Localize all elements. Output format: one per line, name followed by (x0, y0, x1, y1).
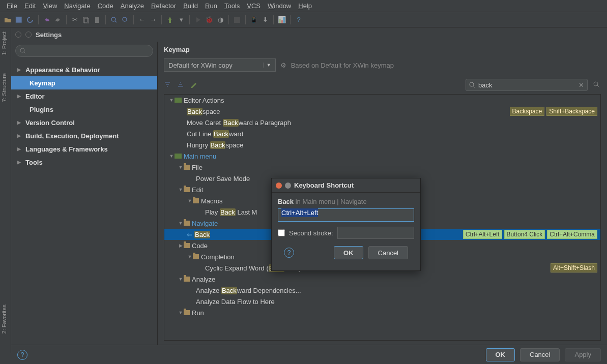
keymap-label: Analyze (192, 276, 215, 283)
menu-run[interactable]: Run (201, 1, 221, 11)
tab-structure[interactable]: 7: Structure (0, 69, 8, 106)
save-icon[interactable] (14, 15, 23, 24)
menu-build[interactable]: Build (180, 1, 201, 11)
help-icon[interactable]: ? (17, 350, 27, 360)
redo-icon[interactable] (53, 15, 63, 24)
menu-vcs[interactable]: VCS (243, 1, 264, 11)
svg-point-10 (594, 82, 598, 86)
settings-item-appearance-behavior[interactable]: ▶Appearance & Behavior (11, 63, 157, 76)
menu-code[interactable]: Code (94, 1, 117, 11)
undo-icon[interactable] (42, 15, 51, 24)
settings-item-keymap[interactable]: Keymap (11, 76, 157, 89)
tree-arrow-icon: ▶ (178, 243, 184, 248)
second-stroke-input[interactable] (337, 227, 414, 239)
apply-button[interactable]: Apply (565, 348, 601, 361)
settings-item-plugins[interactable]: Plugins (11, 103, 157, 116)
menu-tools[interactable]: Tools (221, 1, 243, 11)
keymap-row[interactable]: Hungry Backspace (164, 139, 600, 150)
sdk-icon[interactable]: ⬇ (261, 15, 270, 24)
settings-search[interactable] (15, 45, 153, 57)
keymap-label: Editor Actions (184, 97, 224, 104)
tree-arrow-icon: ▼ (178, 187, 184, 192)
sync-icon[interactable] (25, 15, 35, 24)
keymap-row[interactable]: BackspaceBackspaceShift+Backspace (164, 106, 600, 117)
keymap-label: Analyze Data Flow to Here (196, 298, 275, 306)
clear-icon[interactable]: ✕ (579, 81, 584, 89)
tab-project[interactable]: 1: Project (0, 27, 8, 59)
gear-icon[interactable]: ⚙ (279, 60, 288, 70)
tree-label: Tools (25, 159, 43, 166)
tree-arrow-icon: ▼ (178, 310, 184, 315)
keymap-row[interactable]: Analyze Data Flow to Here (164, 296, 600, 307)
find-shortcut-icon[interactable] (593, 81, 601, 89)
expand-icon[interactable] (164, 81, 172, 89)
help-icon[interactable]: ? (294, 15, 303, 24)
tree-label: Keymap (30, 79, 55, 87)
debug-icon[interactable]: 🐞 (205, 15, 214, 24)
menu-edit[interactable]: Edit (21, 1, 39, 11)
settings-item-build-execution-deployment[interactable]: ▶Build, Execution, Deployment (11, 129, 157, 142)
open-icon[interactable] (3, 15, 12, 24)
keymap-label: Macros (201, 197, 223, 205)
minimize-icon[interactable] (285, 183, 291, 189)
keymap-row[interactable]: ▼Analyze (164, 274, 600, 285)
keymap-row[interactable]: ▼File (164, 162, 600, 173)
select-config-icon[interactable]: ▾ (177, 15, 186, 24)
back-icon[interactable]: ← (137, 15, 147, 24)
chevron-right-icon: ▶ (17, 67, 22, 72)
menu-refactor[interactable]: Refactor (148, 1, 180, 11)
tree-arrow-icon: ▼ (168, 154, 175, 159)
paste-icon[interactable] (93, 15, 102, 24)
close-icon[interactable] (276, 183, 282, 189)
stop-icon[interactable] (233, 15, 242, 24)
settings-item-tools[interactable]: ▶Tools (11, 156, 157, 169)
settings-item-editor[interactable]: ▶Editor (11, 89, 157, 103)
edit-icon[interactable] (190, 81, 198, 89)
settings-item-version-control[interactable]: ▶Version Control (11, 116, 157, 129)
cancel-button[interactable]: Cancel (520, 348, 560, 361)
tree-label: Editor (25, 93, 45, 100)
dialog-cancel-button[interactable]: Cancel (368, 246, 408, 259)
coverage-icon[interactable]: ◑ (216, 15, 225, 24)
replace-icon[interactable] (121, 15, 130, 24)
menu-file[interactable]: File (3, 1, 21, 11)
tree-arrow-icon: ▼ (187, 254, 193, 259)
keymap-row[interactable]: Move Caret Backward a Paragraph (164, 117, 600, 128)
keymap-row[interactable]: ▼Run (164, 307, 600, 318)
keymap-search-input[interactable] (478, 81, 575, 89)
menu-help[interactable]: Help (295, 1, 315, 11)
menu-analyze[interactable]: Analyze (117, 1, 148, 11)
menu-view[interactable]: View (39, 1, 61, 11)
copy-icon[interactable] (81, 15, 91, 24)
keymap-label: Cut Line Backward (187, 130, 243, 138)
menu-window[interactable]: Window (264, 1, 295, 11)
collapse-icon[interactable] (177, 81, 185, 89)
ok-button[interactable]: OK (486, 348, 515, 361)
cut-icon[interactable]: ✂ (70, 15, 79, 24)
keymap-row[interactable]: Analyze Backward Dependencies... (164, 285, 600, 296)
keymap-row[interactable]: ▼Main menu (164, 150, 600, 162)
run-icon[interactable] (193, 15, 203, 24)
keymap-search[interactable]: ✕ (466, 79, 588, 91)
keymap-row[interactable]: ▼Editor Actions (164, 95, 600, 106)
help-icon[interactable]: ? (284, 248, 294, 258)
build-icon[interactable] (165, 15, 175, 24)
profiler-icon[interactable]: 📊 (277, 15, 286, 24)
first-stroke-input[interactable]: Ctrl+Alt+Left (278, 208, 414, 222)
forward-icon[interactable]: → (149, 15, 158, 24)
dialog-ok-button[interactable]: OK (334, 246, 363, 259)
second-stroke-checkbox[interactable] (278, 229, 285, 236)
avd-icon[interactable]: 📱 (249, 15, 258, 24)
folder-icon (184, 221, 190, 226)
svg-point-9 (470, 82, 474, 86)
chevron-right-icon: ▶ (17, 133, 22, 138)
circle-icon (25, 32, 32, 38)
keymap-selector[interactable]: Default for XWin copy ▼ (164, 58, 276, 72)
svg-rect-12 (175, 154, 182, 159)
find-icon[interactable] (109, 15, 119, 24)
shortcut-badge: Ctrl+Alt+Left (463, 230, 502, 239)
keymap-row[interactable]: Cut Line Backward (164, 128, 600, 139)
menu-navigate[interactable]: Navigate (61, 1, 94, 11)
tab-favorites[interactable]: 2: Favorites (0, 300, 8, 338)
settings-item-languages-frameworks[interactable]: ▶Languages & Frameworks (11, 142, 157, 156)
